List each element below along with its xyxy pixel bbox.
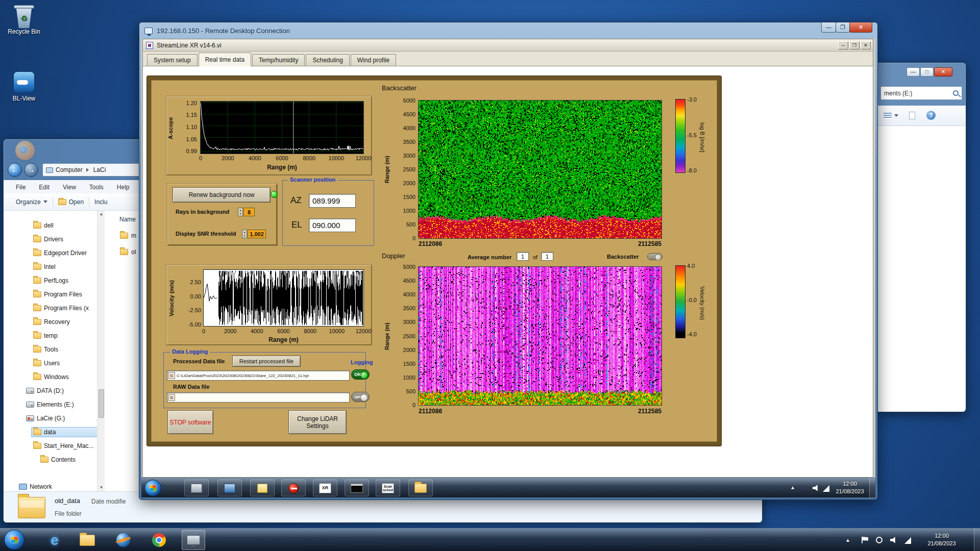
- tree-item-start-here-mac[interactable]: Start_Here_Mac...: [33, 441, 102, 451]
- taskbar-icon-explorer[interactable]: [76, 530, 99, 550]
- tab-scheduling[interactable]: Scheduling: [306, 54, 349, 66]
- minimize-button[interactable]: —: [906, 67, 920, 77]
- tree-item-recovery[interactable]: Recovery: [33, 317, 102, 327]
- include-button[interactable]: Inclu: [94, 198, 107, 206]
- volume-icon[interactable]: [813, 485, 819, 491]
- remote-taskbar-icon-notes[interactable]: [250, 480, 275, 496]
- app-titlebar[interactable]: StreamLine XR v14-6.vi: [143, 39, 873, 52]
- el-value[interactable]: 090.000: [309, 218, 356, 232]
- logging-on-switch[interactable]: ON: [351, 369, 370, 380]
- change-lidar-settings-button[interactable]: Change LiDAR Settings: [288, 410, 347, 434]
- list-item[interactable]: ol: [120, 248, 136, 256]
- menu-file[interactable]: File: [16, 184, 26, 191]
- maximize-button[interactable]: □: [920, 67, 934, 77]
- breadcrumb-computer[interactable]: Computer: [56, 166, 83, 173]
- scrollbar-thumb[interactable]: [99, 389, 104, 418]
- open-button[interactable]: Open: [58, 198, 84, 206]
- tab-real-time-data[interactable]: Real time data: [199, 53, 251, 66]
- breadcrumb-lacie[interactable]: LaCi: [93, 166, 106, 173]
- preview-pane-icon[interactable]: [909, 112, 915, 119]
- snr-value[interactable]: 1.002: [248, 230, 266, 238]
- show-desktop-button[interactable]: [974, 529, 980, 551]
- renew-background-button[interactable]: Renew background now: [173, 187, 271, 203]
- stop-software-button[interactable]: STOP software: [167, 410, 213, 434]
- tree-item-data-d[interactable]: DATA (D:): [26, 386, 102, 396]
- restore-button[interactable]: ❐: [849, 41, 860, 49]
- start-button[interactable]: [4, 530, 24, 550]
- maximize-button[interactable]: ❐: [836, 22, 850, 33]
- tree-item-temp[interactable]: temp: [33, 331, 102, 341]
- network-icon[interactable]: [904, 537, 911, 544]
- remote-taskbar-icon-blue-app[interactable]: [217, 480, 242, 496]
- remote-taskbar-icon-folder[interactable]: [408, 480, 433, 496]
- help-icon[interactable]: ?: [926, 111, 936, 120]
- tree-item-program-files-x[interactable]: Program Files (x: [33, 303, 102, 313]
- list-item[interactable]: m: [120, 232, 136, 239]
- close-button[interactable]: ✕: [849, 22, 872, 33]
- remote-start-button[interactable]: [144, 480, 161, 496]
- back-button[interactable]: ←: [8, 163, 22, 177]
- forward-button[interactable]: →: [24, 163, 38, 177]
- tree-item-lacie-g[interactable]: LaCie (G:): [26, 413, 102, 423]
- taskbar-icon-remote-desktop[interactable]: [182, 530, 205, 550]
- menu-help[interactable]: Help: [117, 184, 130, 191]
- remote-taskbar-icon-scan-scheduler[interactable]: Scan sched: [376, 480, 400, 496]
- tree-item-program-files[interactable]: Program Files: [33, 289, 102, 299]
- close-button[interactable]: ✕: [861, 41, 871, 49]
- remote-taskbar-icon-app-window[interactable]: [184, 480, 209, 496]
- tray-expand-icon[interactable]: ▲: [845, 537, 850, 543]
- breadcrumb[interactable]: Computer LaCi: [42, 163, 142, 177]
- show-desktop-button[interactable]: [869, 478, 875, 497]
- remote-taskbar-icon-console[interactable]: [345, 480, 369, 496]
- raw-path-field[interactable]: C: [167, 392, 350, 403]
- rdp-titlebar[interactable]: 192.168.0.150 - Remote Desktop Connectio…: [139, 22, 877, 39]
- volume-icon[interactable]: [890, 537, 897, 543]
- tree-item-dell[interactable]: dell: [33, 220, 102, 231]
- backscatter-toggle[interactable]: [647, 253, 663, 260]
- menu-tools[interactable]: Tools: [89, 184, 104, 191]
- desktop-icon-recycle-bin[interactable]: ♻ Recycle Bin: [4, 5, 44, 35]
- tree-item-network[interactable]: Network: [19, 482, 102, 492]
- snr-spinner[interactable]: ▲▼: [242, 230, 247, 238]
- remote-taskbar-icon-stop-tool[interactable]: [281, 480, 306, 496]
- tab-wind-profile[interactable]: Wind profile: [351, 54, 396, 66]
- taskbar-icon-chrome[interactable]: [147, 530, 170, 550]
- remote-clock[interactable]: 12:0021/08/2023: [831, 480, 868, 495]
- tree-item-data[interactable]: data: [31, 427, 100, 437]
- tab-temp-humidity[interactable]: Temp/humidity: [252, 54, 305, 66]
- scroll-down-icon[interactable]: ▼: [98, 484, 105, 491]
- tray-expand-icon[interactable]: ▲: [790, 485, 795, 490]
- search-input[interactable]: ments (E:): [880, 86, 962, 100]
- tree-item-contents[interactable]: Contents: [40, 455, 102, 465]
- view-options-button[interactable]: [884, 112, 898, 119]
- tree-item-drivers[interactable]: Drivers: [33, 234, 102, 244]
- taskbar-icon-internet-explorer[interactable]: e: [43, 530, 66, 550]
- average-total-value[interactable]: 1: [541, 252, 553, 261]
- remote-taskbar-icon-xr[interactable]: XR: [313, 480, 337, 496]
- tree-item-users[interactable]: Users: [33, 358, 102, 368]
- organize-button[interactable]: Organize: [16, 198, 47, 206]
- network-icon[interactable]: [823, 485, 829, 492]
- scroll-up-icon[interactable]: ▲: [98, 211, 105, 218]
- close-button[interactable]: ✕: [934, 67, 952, 77]
- desktop-icon-bl-view[interactable]: BL-View: [4, 71, 44, 102]
- taskbar-icon-media-player[interactable]: ▶: [111, 530, 135, 550]
- raw-off-switch[interactable]: OFF: [351, 392, 370, 402]
- tray-status-icon[interactable]: [876, 537, 883, 543]
- menu-edit[interactable]: Edit: [39, 184, 50, 191]
- restart-processed-file-button[interactable]: Restart processed file: [232, 356, 301, 367]
- tree-scrollbar[interactable]: ▲ ▼: [97, 211, 105, 491]
- tree-item-edgeport-driver[interactable]: Edgeport Driver: [33, 248, 102, 258]
- tree-item-elements-e[interactable]: Elements (E:): [26, 399, 102, 410]
- rays-value[interactable]: 8: [243, 208, 255, 216]
- tab-system-setup[interactable]: System setup: [147, 54, 198, 66]
- tree-item-windows[interactable]: Windows: [33, 372, 102, 382]
- minimize-button[interactable]: —: [821, 22, 836, 33]
- action-center-flag-icon[interactable]: [862, 537, 868, 543]
- minimize-button[interactable]: ─: [838, 41, 848, 49]
- average-number-value[interactable]: 1: [517, 252, 529, 261]
- processed-path-field[interactable]: C C:\LiDar\Data\Proc\2023\202308\2023082…: [167, 370, 350, 381]
- menu-view[interactable]: View: [63, 184, 76, 191]
- tree-item-intel[interactable]: Intel: [33, 262, 102, 272]
- rays-spinner[interactable]: ▲▼: [238, 208, 243, 216]
